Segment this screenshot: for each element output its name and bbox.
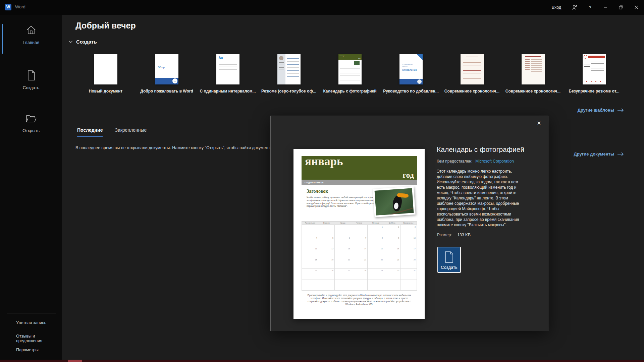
provider-row: Кем предоставлен:Microsoft Corporation [437,159,514,164]
tab-pinned[interactable]: Закрепленные [115,127,147,137]
template-card[interactable]: Обзор →Добро пожаловать в Word [136,54,197,94]
template-thumbnail-single_spaced: Аа [216,54,239,84]
weekday-label: Среда [335,222,351,225]
template-thumbnail-resume_red [461,54,484,84]
create-button-label: Создать [441,265,457,270]
create-section-header[interactable]: Создать [69,39,97,45]
calendar-cell: 4 [302,236,318,247]
sidebar-item-home[interactable]: Главная [0,25,62,45]
size-value: 133 KB [458,233,471,237]
sidebar-item-new[interactable]: Создать [0,70,62,90]
template-thumbnail-blank [94,54,117,84]
weekday-label: Пятница [367,222,384,225]
calendar-cell [318,280,335,291]
taskbar-accent-segment [68,360,82,362]
template-name: Резюме (серо-голубое оф... [261,89,316,94]
preview-month: январь [305,155,343,168]
calendar-cell: 19 [318,258,335,269]
gallery-divider [75,104,624,104]
calendar-cell: 24 [400,258,417,269]
sidebar-item-open[interactable]: Открыть [0,114,62,133]
create-section-title: Создать [76,39,97,45]
title-bar: W Word Вход ? [0,0,644,15]
weekday-label: Воскресенье [400,222,417,225]
calendar-cell [335,280,351,291]
more-templates-link[interactable]: Другие шаблоны [578,108,624,113]
thumb-toc-small-text: Вставка вашего первого [402,64,417,67]
calendar-cell: 13 [335,247,351,258]
calendar-cell: 20 [335,258,351,269]
weekday-label: Четверг [351,222,368,225]
close-window-button[interactable] [629,0,644,15]
home-icon [26,25,37,36]
calendar-cell [318,225,335,236]
greeting-heading: Добрый вечер [75,21,136,31]
recent-tabs: Последние Закрепленные [77,127,147,137]
sidebar-item-feedback[interactable]: Отзывы и предложения [16,334,62,343]
calendar-cell: 8 [368,236,384,247]
template-card[interactable]: Безупречное резюме от... [564,54,625,94]
calendar-cell [351,280,368,291]
sidebar-item-options[interactable]: Параметры [16,348,39,352]
toucan-photo [373,186,416,217]
restore-button[interactable] [613,0,629,15]
sidebar-divider [7,313,56,313]
open-folder-icon [25,114,37,124]
dialog-close-icon[interactable]: ✕ [534,118,544,128]
template-gallery: Новый документОбзор →Добро пожаловать в … [75,54,625,94]
bottom-taskbar-strip [0,360,644,362]
calendar-cell [302,280,318,291]
template-card[interactable]: Современное хронологич... [441,54,502,94]
template-preview-image: январь год Подзаголовок Заголовок Чтобы … [293,149,425,319]
template-card[interactable]: Вставка вашего первого Оглавление Руково… [380,54,441,94]
thumb-overview-text: Обзор [158,66,165,68]
sign-in-button[interactable]: Вход [546,0,567,15]
weekday-label: Вторник [318,222,335,225]
preview-subtitle: Подзаголовок [302,180,417,185]
size-label: Размер: [437,233,452,237]
calendar-cell [351,225,368,236]
thumb-aa-text: Аа [219,56,223,60]
preview-year: год [402,171,414,180]
template-card[interactable]: Современное хронологич... [502,54,564,94]
template-thumbnail-resume_gray [277,54,301,84]
calendar-cell: 15 [368,247,384,258]
thumb-toc-title: Оглавление [402,68,417,71]
calendar-cell: 14 [351,247,368,258]
template-card[interactable]: Новый документ [75,54,136,94]
weekday-label: Понедельник [302,222,318,225]
calendar-cell: 31 [400,269,417,280]
calendar-cell: 26 [318,269,335,280]
template-card[interactable]: АаС одинарным интервалом... [197,54,258,94]
provider-link[interactable]: Microsoft Corporation [475,159,514,164]
create-document-button[interactable]: Создать [437,247,461,273]
template-name: С одинарным интервалом... [200,89,256,94]
minimize-button[interactable] [598,0,613,15]
arrow-circle-icon: → [172,78,177,83]
thumb-blue-band: → [155,78,178,84]
tab-recent[interactable]: Последние [77,127,103,137]
template-thumbnail-welcome: Обзор → [155,54,178,84]
document-icon [444,251,454,263]
calendar-cell [335,225,351,236]
app-title: Word [15,4,25,9]
sidebar: Главная Создать Открыть Учетная запись О… [0,15,62,360]
account-feedback-icon[interactable] [567,0,582,15]
help-icon[interactable]: ? [582,0,598,15]
calendar-cell: 6 [335,236,351,247]
calendar-cell: 16 [384,247,400,258]
calendar-cell [302,225,318,236]
preview-heading: Заголовок [307,189,328,194]
more-documents-link[interactable]: Другие документы [574,152,624,157]
calendar-cell [368,280,384,291]
sidebar-item-account[interactable]: Учетная запись [16,320,46,325]
calendar-cell: 29 [368,269,384,280]
sidebar-item-label: Главная [0,40,62,45]
calendar-cell: 12 [318,247,335,258]
calendar-cell: 3 [400,225,417,236]
template-card[interactable]: январьгод Календарь с фотографией [319,54,380,94]
calendar-cell: 10 [400,236,417,247]
template-card[interactable]: Резюме (серо-голубое оф... [258,54,319,94]
provider-label: Кем предоставлен: [437,159,472,164]
more-documents-label: Другие документы [574,152,614,157]
